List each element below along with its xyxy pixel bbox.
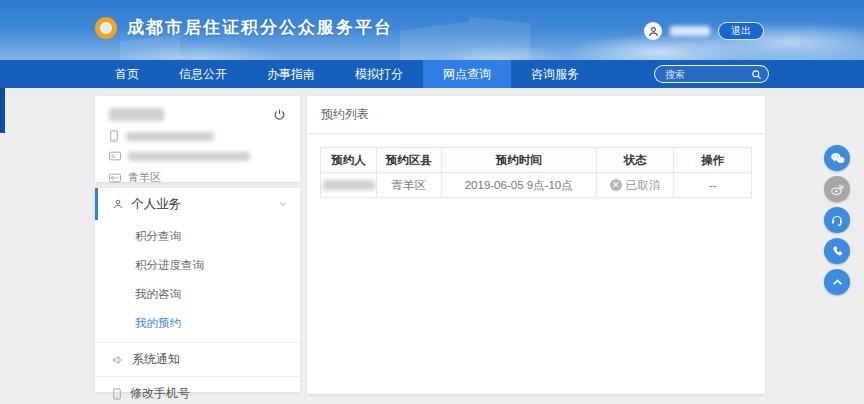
chevron-down-icon xyxy=(278,199,288,209)
col-operation: 操作 xyxy=(674,148,752,173)
nav-item-home[interactable]: 首页 xyxy=(95,60,159,88)
nav-item-service-guide[interactable]: 办事指南 xyxy=(247,60,335,88)
logout-button[interactable]: 退出 xyxy=(718,22,764,40)
submenu-points-query[interactable]: 积分查询 xyxy=(95,222,300,251)
appointment-table: 预约人 预约区县 预约时间 状态 操作 青羊区 2019-06-05 9点-10… xyxy=(320,147,752,198)
cell-status: ✕ 已取消 xyxy=(596,173,674,198)
nav-item-mock-scoring[interactable]: 模拟打分 xyxy=(335,60,423,88)
user-name-redacted xyxy=(109,108,164,121)
user-info-card: 青羊区 xyxy=(95,96,300,182)
menu-system-notice[interactable]: 系统通知 xyxy=(95,342,300,376)
user-phone-row xyxy=(109,130,286,142)
user-district: 青羊区 xyxy=(128,170,161,185)
cancelled-icon: ✕ xyxy=(610,179,622,191)
col-district: 预约区县 xyxy=(377,148,442,173)
username-redacted xyxy=(670,26,710,36)
weibo-icon[interactable] xyxy=(824,176,850,202)
cell-appointee xyxy=(321,173,377,198)
site-logo-icon xyxy=(95,17,117,39)
site-title: 成都市居住证积分公众服务平台 xyxy=(127,16,393,39)
back-to-top-icon[interactable] xyxy=(824,269,850,295)
appointee-name-redacted xyxy=(323,180,375,190)
floating-toolbar xyxy=(824,145,850,297)
col-status: 状态 xyxy=(596,148,674,173)
menu-group-personal-business[interactable]: 个人业务 xyxy=(95,188,300,220)
menu-item-label: 系统通知 xyxy=(132,351,180,368)
id-card-icon xyxy=(109,151,121,161)
submenu-my-appointments[interactable]: 我的预约 xyxy=(95,309,300,338)
user-id-row xyxy=(109,151,286,161)
nav-item-consult-service[interactable]: 咨询服务 xyxy=(511,60,599,88)
customer-service-icon[interactable] xyxy=(824,207,850,233)
banner-building-decor xyxy=(470,17,530,60)
user-idnumber-redacted xyxy=(128,152,250,161)
table-row: 青羊区 2019-06-05 9点-10点 ✕ 已取消 -- xyxy=(321,173,752,198)
status-text: 已取消 xyxy=(626,178,661,193)
col-appointee: 预约人 xyxy=(321,148,377,173)
cell-operation: -- xyxy=(674,173,752,198)
nav-item-branch-query[interactable]: 网点查询 xyxy=(423,60,511,88)
submenu-points-progress[interactable]: 积分进度查询 xyxy=(95,251,300,280)
brand: 成都市居住证积分公众服务平台 xyxy=(95,16,393,39)
location-icon xyxy=(109,173,121,183)
banner-building-decor xyxy=(400,21,470,60)
col-time: 预约时间 xyxy=(441,148,596,173)
menu-item-label: 修改手机号 xyxy=(130,385,190,402)
submenu-my-consultation[interactable]: 我的咨询 xyxy=(95,280,300,309)
search-box[interactable] xyxy=(654,65,769,83)
wechat-icon[interactable] xyxy=(824,145,850,171)
left-edge-decor xyxy=(0,88,5,133)
nav-item-info-disclosure[interactable]: 信息公开 xyxy=(159,60,247,88)
menu-group-label: 个人业务 xyxy=(131,196,278,213)
phone-icon xyxy=(109,130,119,142)
person-icon xyxy=(112,198,124,210)
cell-district: 青羊区 xyxy=(377,173,442,198)
user-phone-redacted xyxy=(126,132,214,141)
user-area: 退出 xyxy=(644,22,764,40)
user-avatar-icon xyxy=(644,22,662,40)
main-nav: 首页 信息公开 办事指南 模拟打分 网点查询 咨询服务 xyxy=(0,60,864,88)
announcement-icon xyxy=(112,354,124,366)
phone-contact-icon[interactable] xyxy=(824,238,850,264)
search-icon[interactable] xyxy=(751,69,762,80)
mobile-icon xyxy=(112,388,122,400)
user-district-row: 青羊区 xyxy=(109,170,286,185)
power-icon[interactable] xyxy=(273,108,286,121)
top-banner: 成都市居住证积分公众服务平台 退出 xyxy=(0,0,864,60)
submenu: 积分查询 积分进度查询 我的咨询 我的预约 xyxy=(95,220,300,342)
table-header-row: 预约人 预约区县 预约时间 状态 操作 xyxy=(321,148,752,173)
sidebar-menu: 个人业务 积分查询 积分进度查询 我的咨询 我的预约 系统通知 修改手机号 xyxy=(95,188,300,392)
panel-title: 预约列表 xyxy=(307,96,765,134)
cell-time: 2019-06-05 9点-10点 xyxy=(441,173,596,198)
menu-change-phone[interactable]: 修改手机号 xyxy=(95,376,300,404)
search-input[interactable] xyxy=(665,69,751,80)
appointment-panel: 预约列表 预约人 预约区县 预约时间 状态 操作 青羊区 2019-06-05 … xyxy=(307,96,765,394)
